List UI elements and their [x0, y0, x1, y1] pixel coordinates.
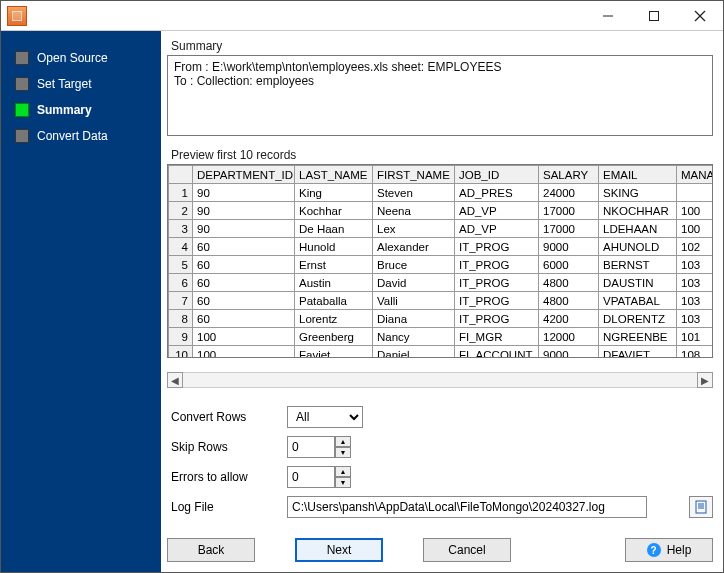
column-header[interactable]: DEPARTMENT_ID — [193, 166, 295, 184]
preview-label: Preview first 10 records — [167, 146, 713, 164]
cell: 100 — [193, 346, 295, 358]
spin-up-icon[interactable]: ▲ — [335, 466, 351, 477]
cell: Lorentz — [295, 310, 373, 328]
table-row[interactable]: 660AustinDavidIT_PROG4800DAUSTIN103 — [169, 274, 714, 292]
cell: IT_PROG — [455, 256, 539, 274]
row-number: 9 — [169, 328, 193, 346]
skip-rows-input[interactable] — [287, 436, 335, 458]
row-number: 4 — [169, 238, 193, 256]
square-icon — [15, 103, 29, 117]
sidebar-item-open-source[interactable]: Open Source — [1, 45, 161, 71]
table-row[interactable]: 760PataballaValliIT_PROG4800VPATABAL103 — [169, 292, 714, 310]
cancel-button-label: Cancel — [448, 543, 485, 557]
cell: IT_PROG — [455, 238, 539, 256]
square-icon — [15, 77, 29, 91]
column-header[interactable]: LAST_NAME — [295, 166, 373, 184]
spin-down-icon[interactable]: ▼ — [335, 477, 351, 488]
cell: IT_PROG — [455, 274, 539, 292]
table-row[interactable]: 290KochharNeenaAD_VP17000NKOCHHAR100 — [169, 202, 714, 220]
cell: Lex — [373, 220, 455, 238]
column-header[interactable]: EMAIL — [599, 166, 677, 184]
cell: 60 — [193, 274, 295, 292]
cell: Faviet — [295, 346, 373, 358]
summary-to-line: To : Collection: employees — [174, 74, 706, 88]
row-number: 2 — [169, 202, 193, 220]
sidebar-item-set-target[interactable]: Set Target — [1, 71, 161, 97]
scroll-right-icon[interactable]: ▶ — [697, 372, 713, 388]
cell: AHUNOLD — [599, 238, 677, 256]
table-row[interactable]: 860LorentzDianaIT_PROG4200DLORENTZ103 — [169, 310, 714, 328]
cell: AD_VP — [455, 220, 539, 238]
cell: 90 — [193, 202, 295, 220]
cell: Steven — [373, 184, 455, 202]
back-button-label: Back — [198, 543, 225, 557]
cell: 103 — [677, 256, 714, 274]
column-header[interactable]: SALARY — [539, 166, 599, 184]
cell: Pataballa — [295, 292, 373, 310]
summary-from-line: From : E:\work\temp\nton\employees.xls s… — [174, 60, 706, 74]
cell: NGREENBE — [599, 328, 677, 346]
summary-textbox[interactable]: From : E:\work\temp\nton\employees.xls s… — [167, 55, 713, 136]
cell: 100 — [677, 202, 714, 220]
sidebar-item-convert-data[interactable]: Convert Data — [1, 123, 161, 149]
table-row[interactable]: 9100GreenbergNancyFI_MGR12000NGREENBE101 — [169, 328, 714, 346]
help-button[interactable]: ?Help — [625, 538, 713, 562]
log-file-label: Log File — [167, 500, 287, 514]
cancel-button[interactable]: Cancel — [423, 538, 511, 562]
cell: Kochhar — [295, 202, 373, 220]
table-row[interactable]: 10100FavietDanielFI_ACCOUNT9000DFAVIET10… — [169, 346, 714, 358]
cell: DFAVIET — [599, 346, 677, 358]
errors-allow-stepper[interactable]: ▲▼ — [287, 466, 351, 488]
cell: SKING — [599, 184, 677, 202]
rownum-header[interactable] — [169, 166, 193, 184]
cell: Ernst — [295, 256, 373, 274]
cell: 6000 — [539, 256, 599, 274]
spin-down-icon[interactable]: ▼ — [335, 447, 351, 458]
table-row[interactable]: 390De HaanLexAD_VP17000LDEHAAN100 — [169, 220, 714, 238]
spin-up-icon[interactable]: ▲ — [335, 436, 351, 447]
cell: 17000 — [539, 202, 599, 220]
cell: 90 — [193, 220, 295, 238]
scroll-track[interactable] — [183, 372, 697, 388]
table-row[interactable]: 460HunoldAlexanderIT_PROG9000AHUNOLD102 — [169, 238, 714, 256]
cell: NKOCHHAR — [599, 202, 677, 220]
sidebar-item-label: Open Source — [37, 51, 108, 65]
sidebar-item-summary[interactable]: Summary — [1, 97, 161, 123]
log-file-input[interactable] — [287, 496, 647, 518]
errors-allow-input[interactable] — [287, 466, 335, 488]
cell: LDEHAAN — [599, 220, 677, 238]
column-header[interactable]: FIRST_NAME — [373, 166, 455, 184]
row-number: 10 — [169, 346, 193, 358]
cell — [677, 184, 714, 202]
cell: Austin — [295, 274, 373, 292]
cell: 103 — [677, 274, 714, 292]
cell: 103 — [677, 310, 714, 328]
cell: Neena — [373, 202, 455, 220]
browse-log-button[interactable] — [689, 496, 713, 518]
cell: 9000 — [539, 238, 599, 256]
column-header[interactable]: MANAG — [677, 166, 714, 184]
convert-rows-label: Convert Rows — [167, 410, 287, 424]
cell: 102 — [677, 238, 714, 256]
cell: Hunold — [295, 238, 373, 256]
back-button[interactable]: Back — [167, 538, 255, 562]
cell: AD_VP — [455, 202, 539, 220]
svg-rect-1 — [650, 11, 659, 20]
table-row[interactable]: 560ErnstBruceIT_PROG6000BERNST103 — [169, 256, 714, 274]
scroll-left-icon[interactable]: ◀ — [167, 372, 183, 388]
column-header[interactable]: JOB_ID — [455, 166, 539, 184]
horizontal-scrollbar[interactable]: ◀ ▶ — [167, 372, 713, 388]
sidebar-item-label: Summary — [37, 103, 92, 117]
next-button[interactable]: Next — [295, 538, 383, 562]
cell: AD_PRES — [455, 184, 539, 202]
maximize-button[interactable] — [631, 2, 677, 30]
cell: DLORENTZ — [599, 310, 677, 328]
minimize-button[interactable] — [585, 2, 631, 30]
cell: Valli — [373, 292, 455, 310]
cell: FI_ACCOUNT — [455, 346, 539, 358]
close-button[interactable] — [677, 2, 723, 30]
skip-rows-stepper[interactable]: ▲▼ — [287, 436, 351, 458]
square-icon — [15, 51, 29, 65]
table-row[interactable]: 190KingStevenAD_PRES24000SKING — [169, 184, 714, 202]
convert-rows-select[interactable]: All — [287, 406, 363, 428]
